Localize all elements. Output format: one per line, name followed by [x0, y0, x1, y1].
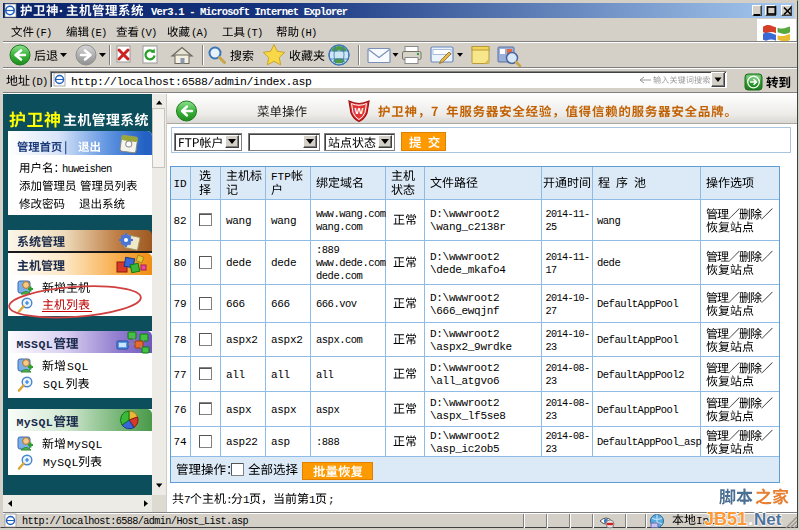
svg-text:ID: ID [173, 178, 187, 190]
svg-text:DefaultAppPool: DefaultAppPool [597, 298, 678, 310]
svg-text:D:\wwwroot2: D:\wwwroot2 [430, 397, 499, 409]
svg-text:dede.com: dede.com [316, 270, 363, 282]
svg-text:aspx: aspx [226, 404, 252, 416]
svg-text:SQL: SQL [67, 360, 89, 373]
svg-text:666: 666 [226, 298, 245, 310]
svg-text:80: 80 [173, 257, 186, 269]
svg-text:.: . [748, 509, 753, 529]
svg-text:wang: wang [226, 215, 251, 227]
svg-text:23: 23 [546, 444, 558, 455]
svg-text:wang: wang [597, 215, 620, 227]
svg-text:1: 1 [309, 494, 316, 506]
svg-text:2014-10-: 2014-10- [546, 329, 590, 340]
svg-text:(T): (T) [246, 27, 263, 39]
svg-text:asp: asp [271, 436, 290, 448]
svg-text:http://localhost:6588/admin/in: http://localhost:6588/admin/index.asp [71, 75, 312, 88]
svg-text:1: 1 [243, 494, 250, 506]
svg-text:all: all [316, 369, 334, 381]
svg-text:2014-10-: 2014-10- [546, 293, 590, 304]
svg-text:2014-11-: 2014-11- [546, 209, 590, 220]
svg-text:\666_ewqjnf: \666_ewqjnf [430, 305, 499, 317]
svg-text:\all_atgvo6: \all_atgvo6 [430, 375, 499, 387]
svg-text:dede: dede [597, 257, 620, 269]
svg-text:dede: dede [271, 257, 296, 269]
svg-text:www.wang.com: www.wang.com [316, 208, 386, 220]
svg-text:aspx2: aspx2 [271, 334, 303, 346]
svg-text:\aspx_lf5se8: \aspx_lf5se8 [430, 410, 506, 422]
svg-text:78: 78 [173, 334, 186, 346]
svg-text:;: ; [328, 494, 335, 506]
svg-text:2014-08-: 2014-08- [546, 363, 590, 374]
svg-text:MySQL: MySQL [67, 438, 103, 451]
svg-text::889: :889 [316, 244, 339, 256]
svg-text:wang: wang [271, 215, 296, 227]
svg-text:7: 7 [184, 494, 191, 506]
svg-text:76: 76 [173, 404, 186, 416]
svg-text:2014-08-: 2014-08- [546, 398, 590, 409]
svg-text:aspx: aspx [316, 404, 339, 416]
svg-text:DefaultAppPool2: DefaultAppPool2 [597, 369, 684, 381]
svg-text:(D): (D) [31, 76, 48, 88]
svg-text:D:\wwwroot2: D:\wwwroot2 [430, 328, 499, 340]
svg-text:77: 77 [173, 369, 186, 381]
svg-text:JB51: JB51 [704, 509, 747, 529]
svg-text:SQL: SQL [43, 378, 65, 391]
svg-text:23: 23 [546, 342, 558, 353]
svg-text:asp22: asp22 [226, 436, 258, 448]
svg-text::: : [226, 494, 233, 506]
svg-text:666: 666 [271, 298, 290, 310]
svg-text:79: 79 [173, 298, 186, 310]
svg-text:wang.com: wang.com [316, 221, 363, 233]
svg-text:(V): (V) [140, 27, 157, 39]
svg-text:(H): (H) [300, 27, 317, 39]
svg-text:25: 25 [546, 222, 558, 233]
svg-text:\aspx2_9wrdke: \aspx2_9wrdke [430, 341, 512, 353]
svg-text:huweishen: huweishen [62, 163, 112, 175]
svg-text:2014-11-: 2014-11- [546, 252, 590, 263]
svg-text:MySQL: MySQL [17, 416, 54, 429]
svg-text:82: 82 [173, 215, 186, 227]
svg-text:D:\wwwroot2: D:\wwwroot2 [430, 208, 499, 220]
svg-text:666.vov: 666.vov [316, 298, 357, 310]
svg-text:\dede_mkafo4: \dede_mkafo4 [430, 264, 506, 276]
svg-text:D:\wwwroot2: D:\wwwroot2 [430, 251, 499, 263]
svg-text:dede: dede [226, 257, 251, 269]
svg-text:all: all [226, 369, 245, 381]
svg-text:aspx2: aspx2 [226, 334, 258, 346]
svg-text:DefaultAppPool: DefaultAppPool [597, 404, 678, 416]
svg-text:\asp_ic2ob5: \asp_ic2ob5 [430, 443, 499, 455]
svg-text:\wang_c2138r: \wang_c2138r [430, 221, 506, 233]
svg-text:FTP: FTP [271, 171, 291, 183]
svg-text:Ver3.1 - Microsoft Internet Ex: Ver3.1 - Microsoft Internet Explorer [151, 6, 348, 18]
svg-text:D:\wwwroot2: D:\wwwroot2 [430, 430, 499, 442]
svg-text:aspx.com: aspx.com [316, 334, 363, 346]
svg-text:23: 23 [546, 376, 558, 387]
svg-text:(F): (F) [35, 27, 52, 39]
svg-text:74: 74 [173, 436, 187, 448]
svg-text:MSSQL: MSSQL [17, 338, 54, 351]
svg-text:23: 23 [546, 411, 558, 422]
svg-text:DefaultAppPool: DefaultAppPool [597, 334, 678, 346]
svg-text:all: all [271, 369, 290, 381]
svg-text:MySQL: MySQL [43, 456, 79, 469]
svg-text::888: :888 [316, 436, 339, 448]
svg-text:2014-08-: 2014-08- [546, 431, 590, 442]
svg-text:aspx: aspx [271, 404, 297, 416]
svg-text:27: 27 [546, 306, 558, 317]
svg-text:17: 17 [546, 265, 558, 276]
svg-text:(A): (A) [191, 27, 208, 39]
svg-text:DefaultAppPool_asp: DefaultAppPool_asp [597, 436, 702, 448]
svg-text:W: W [355, 105, 364, 116]
svg-text:www.dede.com: www.dede.com [316, 257, 386, 269]
svg-text:Net: Net [754, 510, 782, 529]
svg-text:D:\wwwroot2: D:\wwwroot2 [430, 292, 499, 304]
svg-text:(E): (E) [90, 27, 107, 39]
svg-text:http://localhost:6588/admin/Ho: http://localhost:6588/admin/Host_List.as… [22, 516, 249, 527]
svg-text:D:\wwwroot2: D:\wwwroot2 [430, 362, 499, 374]
